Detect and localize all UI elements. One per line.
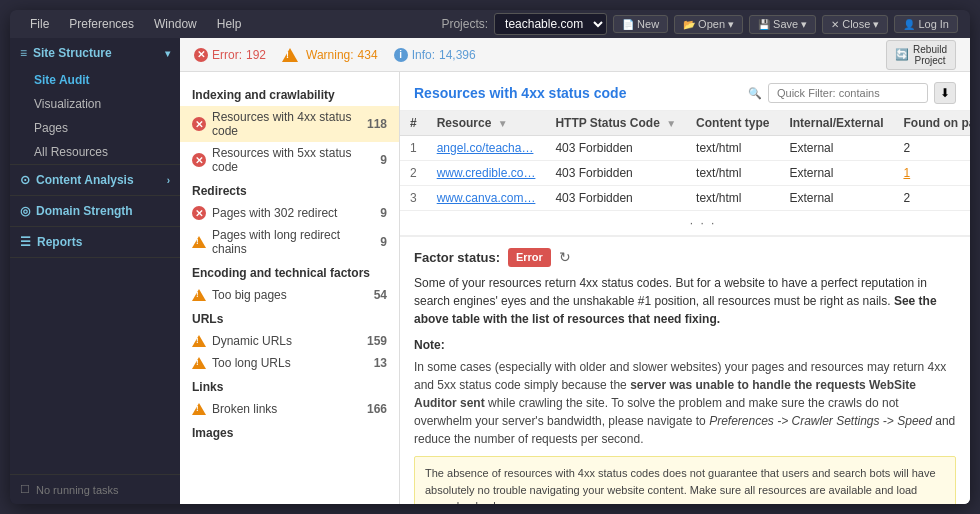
running-tasks-label: No running tasks: [36, 484, 119, 496]
issue-row-302[interactable]: ✕ Pages with 302 redirect 9: [180, 202, 399, 224]
filter-search-icon: 🔍: [748, 87, 762, 100]
issue-label-long-urls: Too long URLs: [212, 356, 291, 370]
cell-num-3: 3: [400, 186, 427, 211]
close-button[interactable]: ✕ Close ▾: [822, 15, 888, 34]
error-icon: ✕: [194, 48, 208, 62]
issue-row-redirect-chains[interactable]: Pages with long redirect chains 9: [180, 224, 399, 260]
sidebar-header-reports[interactable]: ☰ Reports: [10, 227, 180, 257]
err-icon-5xx: ✕: [192, 153, 206, 167]
cell-num-1: 1: [400, 136, 427, 161]
sidebar-item-visualization[interactable]: Visualization: [10, 92, 180, 116]
projects-label: Projects:: [441, 17, 488, 31]
cell-content-1: text/html: [686, 136, 779, 161]
sidebar-header-domain-strength[interactable]: ◎ Domain Strength: [10, 196, 180, 226]
sidebar-reports-label: Reports: [37, 235, 82, 249]
main-area: ≡ Site Structure ▾ Site Audit Visualizat…: [10, 38, 970, 504]
sidebar: ≡ Site Structure ▾ Site Audit Visualizat…: [10, 38, 180, 504]
warn-icon-long-urls: [192, 357, 206, 369]
refresh-icon[interactable]: ↻: [559, 247, 571, 268]
warn-icon-broken-links: [192, 403, 206, 415]
error-badge: ✕ Error: 192: [194, 48, 266, 62]
sidebar-chevron-icon: ▾: [165, 48, 170, 59]
info-count: 14,396: [439, 48, 476, 62]
issue-row-4xx[interactable]: ✕ Resources with 4xx status code 118: [180, 106, 399, 142]
right-panel-title: Resources with 4xx status code: [414, 85, 738, 101]
new-button[interactable]: 📄 New: [613, 15, 668, 33]
warning-label: Warning:: [306, 48, 354, 62]
warning-count: 434: [358, 48, 378, 62]
issue-row-big-pages[interactable]: Too big pages 54: [180, 284, 399, 306]
download-icon: ⬇: [940, 86, 950, 100]
section-title-images: Images: [180, 420, 399, 444]
factor-note-text: In some cases (especially with older and…: [414, 358, 956, 448]
table-header-row: # Resource ▼ HTTP Status Code ▼ Content …: [400, 111, 970, 136]
cell-internal-3: External: [779, 186, 893, 211]
cell-content-3: text/html: [686, 186, 779, 211]
issue-count-5xx: 9: [380, 153, 387, 167]
issue-count-302: 9: [380, 206, 387, 220]
cell-resource-1[interactable]: angel.co/teaсha…: [427, 136, 546, 161]
section-title-indexing: Indexing and crawlability: [180, 82, 399, 106]
highlight-text: The absence of resources with 4xx status…: [425, 467, 936, 504]
menu-help[interactable]: Help: [209, 15, 250, 33]
issue-row-5xx[interactable]: ✕ Resources with 5xx status code 9: [180, 142, 399, 178]
open-button[interactable]: 📂 Open ▾: [674, 15, 743, 34]
rebuild-label: Rebuild Project: [913, 44, 947, 66]
save-icon: 💾: [758, 19, 770, 30]
sidebar-item-pages[interactable]: Pages: [10, 116, 180, 140]
issue-label-big-pages: Too big pages: [212, 288, 287, 302]
table-row: 1 angel.co/teaсha… 403 Forbidden text/ht…: [400, 136, 970, 161]
col-header-resource[interactable]: Resource ▼: [427, 111, 546, 136]
issue-label-302: Pages with 302 redirect: [212, 206, 337, 220]
err-icon-4xx: ✕: [192, 117, 206, 131]
warning-badge: Warning: 434: [282, 48, 378, 62]
warn-icon-redirect: [192, 236, 206, 248]
issue-row-long-urls[interactable]: Too long URLs 13: [180, 352, 399, 374]
cell-resource-3[interactable]: www.canva.com…: [427, 186, 546, 211]
login-icon: 👤: [903, 19, 915, 30]
close-icon: ✕: [831, 19, 839, 30]
section-title-links: Links: [180, 374, 399, 398]
download-button[interactable]: ⬇: [934, 82, 956, 104]
sidebar-domain-strength-label: Domain Strength: [36, 204, 133, 218]
col-header-status[interactable]: HTTP Status Code ▼: [545, 111, 686, 136]
projects-select[interactable]: teachable.com: [494, 13, 607, 35]
sidebar-item-all-resources[interactable]: All Resources: [10, 140, 180, 164]
cell-resource-2[interactable]: www.credible.co…: [427, 161, 546, 186]
factor-error-badge: Error: [508, 248, 551, 267]
content-analysis-icon: ⊙: [20, 173, 30, 187]
rebuild-button[interactable]: 🔄 Rebuild Project: [886, 40, 956, 70]
cell-num-2: 2: [400, 161, 427, 186]
cell-status-3: 403 Forbidden: [545, 186, 686, 211]
cell-status-1: 403 Forbidden: [545, 136, 686, 161]
filter-input[interactable]: [768, 83, 928, 103]
cell-status-2: 403 Forbidden: [545, 161, 686, 186]
issue-count-broken-links: 166: [367, 402, 387, 416]
err-icon-302: ✕: [192, 206, 206, 220]
save-button[interactable]: 💾 Save ▾: [749, 15, 816, 34]
issue-row-dynamic-urls[interactable]: Dynamic URLs 159: [180, 330, 399, 352]
sidebar-site-structure-label: Site Structure: [33, 46, 112, 60]
sidebar-item-site-audit[interactable]: Site Audit: [10, 68, 180, 92]
issue-label-4xx: Resources with 4xx status code: [212, 110, 361, 138]
issue-count-redirect-chains: 9: [380, 235, 387, 249]
site-structure-icon: ≡: [20, 46, 27, 60]
right-panel-header: Resources with 4xx status code 🔍 ⬇: [400, 72, 970, 111]
status-bar: ✕ Error: 192 Warning: 434 i Info: 14,396…: [180, 38, 970, 72]
menu-preferences[interactable]: Preferences: [61, 15, 142, 33]
factor-status-area: Factor status: Error ↻ Some of your reso…: [400, 236, 970, 504]
issue-label-broken-links: Broken links: [212, 402, 277, 416]
running-tasks-icon: ☐: [20, 483, 30, 496]
sidebar-header-site-structure[interactable]: ≡ Site Structure ▾: [10, 38, 180, 68]
note-label: Note:: [414, 336, 956, 354]
sidebar-section-content-analysis: ⊙ Content Analysis ›: [10, 165, 180, 196]
cell-found-2[interactable]: 1: [893, 161, 970, 186]
menu-window[interactable]: Window: [146, 15, 205, 33]
login-button[interactable]: 👤 Log In: [894, 15, 958, 33]
col-header-num: #: [400, 111, 427, 136]
issue-row-broken-links[interactable]: Broken links 166: [180, 398, 399, 420]
issue-label-5xx: Resources with 5xx status code: [212, 146, 374, 174]
content-area: Indexing and crawlability ✕ Resources wi…: [180, 72, 970, 504]
menu-file[interactable]: File: [22, 15, 57, 33]
sidebar-header-content-analysis[interactable]: ⊙ Content Analysis ›: [10, 165, 180, 195]
